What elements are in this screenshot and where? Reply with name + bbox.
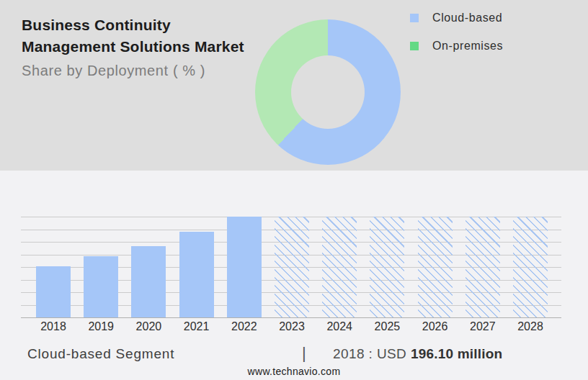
- page-title-line2: Management Solutions Market: [22, 36, 259, 58]
- x-axis-label-2024: 2024: [316, 320, 363, 333]
- x-axis-label-2020: 2020: [125, 320, 172, 333]
- donut-chart: [255, 19, 401, 165]
- page-title-line1: Business Continuity: [22, 14, 259, 36]
- x-axis-label-2027: 2027: [459, 320, 507, 333]
- bar-2021: [179, 232, 214, 317]
- x-axis-label-2022: 2022: [220, 320, 268, 333]
- infographic-frame: Business Continuity Management Solutions…: [0, 0, 588, 380]
- legend-label: Cloud-based: [432, 12, 502, 24]
- footer-divider: |: [302, 344, 306, 363]
- x-axis-label-2018: 2018: [30, 320, 77, 333]
- forecast-bar-2027: [466, 217, 500, 317]
- bar-chart-section: 2018201920202021202220232024202520262027…: [0, 171, 588, 380]
- bar-2018: [36, 266, 71, 317]
- bar-2020: [131, 246, 166, 317]
- chart-subtitle: Share by Deployment ( % ): [22, 63, 259, 79]
- x-axis-line: [21, 317, 561, 318]
- x-axis-label-2019: 2019: [77, 320, 125, 333]
- x-axis-label-2021: 2021: [173, 320, 220, 333]
- legend-item-on-premises: On-premises: [410, 36, 503, 55]
- header-section: Business Continuity Management Solutions…: [0, 0, 588, 171]
- legend-swatch: [410, 14, 419, 22]
- legend-label: On-premises: [432, 40, 503, 53]
- footer-value: 2018 : USD 196.10 million: [333, 346, 502, 362]
- forecast-bar-2024: [322, 217, 357, 317]
- chart-legend: Cloud-basedOn-premises: [410, 8, 503, 64]
- x-axis-label-2025: 2025: [363, 320, 411, 333]
- x-axis-label-2028: 2028: [507, 320, 554, 333]
- bar-2019: [84, 256, 118, 317]
- legend-swatch: [410, 42, 419, 50]
- legend-item-cloud-based: Cloud-based: [410, 8, 503, 27]
- title-block: Business Continuity Management Solutions…: [22, 14, 259, 79]
- donut-hole: [291, 55, 365, 129]
- forecast-bar-2023: [275, 217, 309, 317]
- forecast-bar-2026: [418, 217, 453, 317]
- forecast-bar-2025: [370, 217, 404, 317]
- footer-value-amount: 196.10 million: [411, 346, 502, 361]
- bar-2022: [227, 217, 262, 317]
- segment-label: Cloud-based Segment: [27, 346, 174, 362]
- x-axis-label-2026: 2026: [411, 320, 459, 333]
- website-link[interactable]: www.technavio.com: [0, 366, 588, 377]
- x-axis-label-2023: 2023: [268, 320, 316, 333]
- forecast-bar-2028: [513, 217, 548, 317]
- footer-value-prefix: 2018 : USD: [333, 346, 411, 361]
